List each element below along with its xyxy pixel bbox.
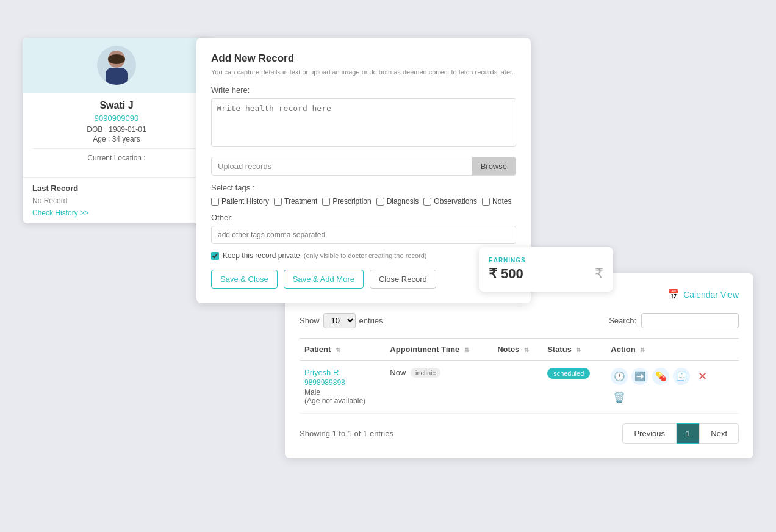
col-status[interactable]: Status ⇅ — [542, 339, 606, 361]
tag-checkbox-notes[interactable] — [482, 198, 490, 206]
tag-prescription[interactable]: Prescription — [322, 197, 371, 206]
avatar-body — [97, 46, 136, 85]
tag-label-observations: Observations — [434, 197, 477, 206]
sort-icon-action: ⇅ — [640, 347, 645, 353]
tag-notes[interactable]: Notes — [482, 197, 511, 206]
action-buttons: Save & Close Save & Add More Close Recor… — [211, 270, 516, 289]
patient-name: Swati J — [32, 100, 201, 111]
patient-dob: DOB : 1989-01-01 — [32, 125, 201, 134]
patient-age: (Age not available) — [304, 397, 380, 405]
calendar-view-button[interactable]: 📅 Calendar View — [667, 289, 739, 300]
modal-title: Add New Record — [211, 52, 516, 65]
calendar-view-label: Calendar View — [683, 290, 739, 300]
inclinic-badge: inclinic — [411, 368, 440, 378]
cell-appt-time: Now inclinic — [385, 361, 492, 414]
cell-patient: Priyesh R 9898989898 Male (Age not avail… — [300, 361, 385, 414]
entries-select[interactable]: 10 25 50 — [323, 313, 356, 328]
search-row: Search: — [609, 313, 739, 328]
col-action[interactable]: Action ⇅ — [606, 339, 739, 361]
private-checkbox[interactable] — [211, 252, 219, 260]
earnings-card: EARNINGS ₹ 500 ₹ — [479, 247, 613, 292]
entries-label: entries — [359, 316, 383, 325]
patient-location: Current Location : — [32, 148, 201, 162]
write-label: Write here: — [211, 85, 516, 95]
appt-time-text: Now — [390, 368, 406, 377]
cell-action: 🕐 ➡️ 💊 🧾 ✕ 🗑️ — [606, 361, 739, 414]
last-record-section: Last Record No Record Check History >> — [23, 177, 210, 223]
tag-label-treatment: Treatment — [284, 197, 317, 206]
bill-icon-button[interactable]: 🧾 — [673, 368, 690, 385]
bag-icon-button[interactable]: 💊 — [652, 368, 669, 385]
earnings-row: ₹ 500 ₹ — [489, 266, 603, 282]
private-label: Keep this record private — [223, 251, 300, 260]
last-record-title: Last Record — [32, 184, 201, 193]
tag-checkbox-diagnosis[interactable] — [376, 198, 384, 206]
sort-icon-notes: ⇅ — [524, 347, 529, 353]
tag-treatment[interactable]: Treatment — [274, 197, 317, 206]
svg-rect-2 — [106, 68, 128, 85]
patient-phone[interactable]: 9090909090 — [32, 113, 201, 123]
close-record-button[interactable]: Close Record — [370, 270, 436, 289]
other-tags-input[interactable] — [211, 226, 516, 244]
show-entries: Show 10 25 50 entries — [300, 313, 383, 328]
status-badge: scheduled — [547, 368, 590, 379]
cell-notes — [492, 361, 542, 414]
show-label: Show — [300, 316, 320, 325]
previous-button[interactable]: Previous — [622, 423, 677, 444]
save-add-more-button[interactable]: Save & Add More — [284, 270, 364, 289]
upload-row: Upload records Browse — [211, 157, 516, 176]
tag-patient-history[interactable]: Patient History — [211, 197, 269, 206]
delete-row: 🗑️ — [611, 389, 734, 406]
tag-label-notes: Notes — [492, 197, 511, 206]
patient-card: Swati J 9090909090 DOB : 1989-01-01 Age … — [23, 38, 210, 223]
table-row: Priyesh R 9898989898 Male (Age not avail… — [300, 361, 739, 414]
write-textarea[interactable] — [211, 98, 516, 147]
tag-label-patient-history: Patient History — [221, 197, 269, 206]
patient-age: Age : 34 years — [32, 135, 201, 143]
patient-avatar-header — [23, 38, 210, 93]
other-label: Other: — [211, 213, 516, 222]
patient-name-link[interactable]: Priyesh R — [304, 368, 380, 377]
cancel-icon-button[interactable]: ✕ — [694, 368, 711, 385]
col-notes[interactable]: Notes ⇅ — [492, 339, 542, 361]
private-row: Keep this record private (only visible t… — [211, 251, 516, 260]
modal-subtitle: You can capture details in text or uploa… — [211, 68, 516, 76]
col-appointment-time[interactable]: Appointment Time ⇅ — [385, 339, 492, 361]
tag-checkbox-patient-history[interactable] — [211, 198, 219, 206]
save-close-button[interactable]: Save & Close — [211, 270, 278, 289]
next-button[interactable]: Next — [699, 423, 739, 444]
tag-checkbox-observations[interactable] — [423, 198, 431, 206]
patient-phone-link[interactable]: 9898989898 — [304, 378, 380, 387]
earnings-label: EARNINGS — [489, 257, 603, 264]
check-history-link[interactable]: Check History >> — [32, 209, 201, 217]
delete-icon-button[interactable]: 🗑️ — [611, 389, 628, 406]
appointments-table: Patient ⇅ Appointment Time ⇅ Notes ⇅ Sta… — [300, 338, 739, 414]
action-icons: 🕐 ➡️ 💊 🧾 ✕ — [611, 368, 734, 385]
patient-info: Swati J 9090909090 DOB : 1989-01-01 Age … — [23, 93, 210, 177]
pagination-buttons: Previous 1 Next — [622, 423, 739, 444]
upload-text: Upload records — [212, 157, 472, 175]
browse-button[interactable]: Browse — [472, 157, 516, 175]
earnings-amount: ₹ 500 — [489, 266, 523, 282]
patient-gender: Male — [304, 388, 380, 397]
tag-label-prescription: Prescription — [332, 197, 371, 206]
tag-diagnosis[interactable]: Diagnosis — [376, 197, 419, 206]
clock-icon-button[interactable]: 🕐 — [611, 368, 628, 385]
tag-checkbox-treatment[interactable] — [274, 198, 282, 206]
cell-status: scheduled — [542, 361, 606, 414]
page-1-button[interactable]: 1 — [677, 423, 699, 444]
calendar-icon: 📅 — [667, 289, 680, 300]
svg-point-1 — [108, 54, 125, 64]
avatar — [97, 46, 136, 85]
showing-text: Showing 1 to 1 of 1 entries — [300, 429, 393, 438]
signin-icon-button[interactable]: ➡️ — [631, 368, 648, 385]
table-header-row: Patient ⇅ Appointment Time ⇅ Notes ⇅ Sta… — [300, 339, 739, 361]
tag-observations[interactable]: Observations — [423, 197, 477, 206]
pagination-row: Showing 1 to 1 of 1 entries Previous 1 N… — [300, 423, 739, 444]
tags-row: Patient History Treatment Prescription D… — [211, 197, 516, 206]
col-patient[interactable]: Patient ⇅ — [300, 339, 385, 361]
sort-icon-appt: ⇅ — [464, 347, 469, 353]
avatar-svg — [97, 46, 136, 85]
search-input[interactable] — [641, 313, 739, 328]
tag-checkbox-prescription[interactable] — [322, 198, 330, 206]
